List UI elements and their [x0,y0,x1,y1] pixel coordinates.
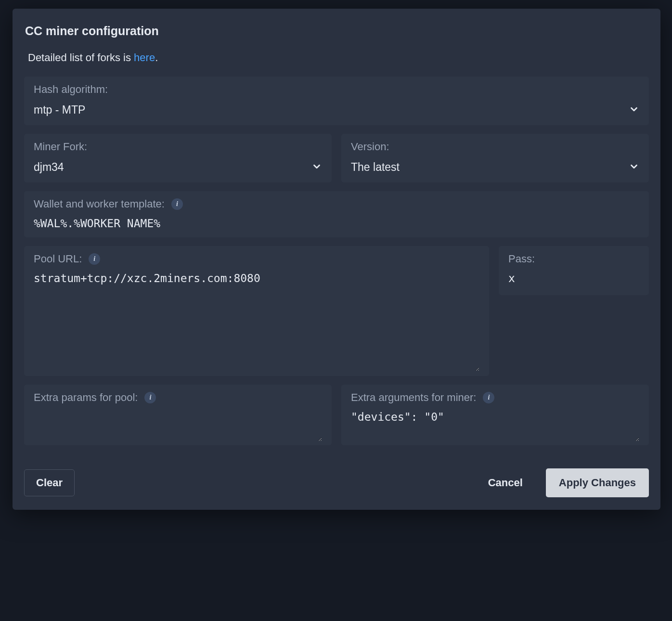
extra-miner-field: Extra arguments for miner: i [341,385,649,445]
extra-pool-label: Extra params for pool: i [34,391,322,404]
miner-fork-value: djm34 [34,158,64,175]
hash-algorithm-label: Hash algorithm: [34,83,639,96]
miner-fork-select[interactable]: djm34 [34,158,322,175]
hash-algorithm-field: Hash algorithm: mtp - MTP [24,77,649,125]
miner-config-modal: CC miner configuration Detailed list of … [13,9,660,510]
forks-link[interactable]: here [134,52,155,64]
extra-pool-input[interactable] [34,409,322,441]
extra-pool-field: Extra params for pool: i [24,385,332,445]
wallet-template-input[interactable] [34,215,639,230]
chevron-down-icon [629,104,639,115]
modal-title: CC miner configuration [25,24,649,38]
wallet-template-label: Wallet and worker template: i [34,198,639,210]
hash-algorithm-select[interactable]: mtp - MTP [34,101,639,117]
wallet-template-field: Wallet and worker template: i [24,191,649,237]
info-icon[interactable]: i [144,392,156,403]
pool-url-input[interactable] [34,270,479,371]
pass-label: Pass: [508,253,639,265]
info-icon[interactable]: i [171,198,183,210]
cancel-button[interactable]: Cancel [485,470,526,496]
clear-button[interactable]: Clear [24,469,75,496]
version-label: Version: [351,141,639,153]
info-icon[interactable]: i [483,392,494,403]
extra-miner-input[interactable] [351,409,639,441]
helper-text: Detailed list of forks is here. [28,52,649,64]
miner-fork-field: Miner Fork: djm34 [24,134,332,182]
chevron-down-icon [629,161,639,172]
helper-suffix: . [155,52,158,64]
pass-input[interactable] [508,270,639,285]
extra-miner-label: Extra arguments for miner: i [351,391,639,404]
pool-url-field: Pool URL: i [24,246,489,376]
miner-fork-label: Miner Fork: [34,141,322,153]
version-select[interactable]: The latest [351,158,639,175]
pool-url-label: Pool URL: i [34,253,479,265]
version-field: Version: The latest [341,134,649,182]
modal-footer: Clear Cancel Apply Changes [24,468,649,497]
helper-prefix: Detailed list of forks is [28,52,134,64]
apply-changes-button[interactable]: Apply Changes [546,468,649,497]
chevron-down-icon [311,161,322,172]
hash-algorithm-value: mtp - MTP [34,101,85,117]
footer-right: Cancel Apply Changes [485,468,649,497]
version-value: The latest [351,158,400,175]
info-icon[interactable]: i [89,253,100,265]
pass-field: Pass: [499,246,649,295]
